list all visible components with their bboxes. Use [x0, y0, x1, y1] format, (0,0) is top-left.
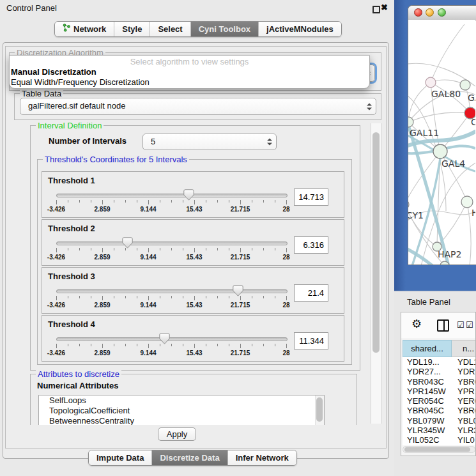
tick-mark	[252, 296, 252, 298]
tick-mark	[125, 296, 126, 298]
table-row[interactable]: YDR27...YDR2	[403, 367, 475, 376]
combo-spinner-icon	[267, 139, 272, 146]
select-all-checkbox-icon[interactable]: ☑	[466, 321, 473, 329]
table-row[interactable]: YBL079WYBL0	[403, 416, 475, 426]
table-rows: YDL19...YDL1YDR27...YDR2YBR043CYBR0YPR14…	[403, 357, 475, 445]
table-row[interactable]: YDL19...YDL1	[403, 357, 475, 367]
tick-mark	[183, 344, 183, 346]
attribute-item[interactable]: BetweennessCentrality	[39, 416, 324, 425]
slider-thumb[interactable]	[233, 285, 243, 296]
tab-infer-network[interactable]: Infer Network	[228, 450, 296, 465]
panel-scrollbar-thumb[interactable]	[372, 132, 380, 353]
tick-mark	[125, 200, 126, 203]
number-of-intervals-value: 5	[151, 134, 155, 149]
table-row[interactable]: YPR145WYPR1	[403, 387, 475, 396]
tick-mark	[217, 296, 218, 298]
dropdown-option-equal-width[interactable]: Equal Width/Frequency Discretization	[10, 77, 369, 88]
list-scrollbar-thumb[interactable]	[316, 397, 323, 422]
table-row[interactable]: YER054CYER0	[403, 396, 475, 406]
table-h-scrollbar-thumb[interactable]	[404, 447, 470, 452]
network-node[interactable]	[408, 200, 409, 209]
tab-network[interactable]: Network	[55, 22, 114, 36]
tick-mark	[194, 248, 195, 252]
slider-thumb[interactable]	[183, 189, 194, 201]
table-row[interactable]: YLR345WYLR3	[403, 426, 475, 435]
tick-mark	[160, 248, 160, 250]
tab-cyni-toolbox[interactable]: Cyni Toolbox	[191, 22, 259, 36]
close-icon[interactable]: ✖	[381, 3, 388, 12]
tick-mark	[206, 344, 206, 346]
tick-mark	[286, 296, 287, 300]
network-node[interactable]	[408, 117, 413, 127]
list-scrollbar[interactable]	[315, 395, 324, 425]
attribute-item[interactable]: TopologicalCoefficient	[39, 406, 324, 416]
network-node[interactable]	[433, 144, 447, 158]
node-label: GAL11	[410, 128, 439, 138]
tab-discretize-data[interactable]: Discretize Data	[152, 450, 227, 465]
tick-mark	[79, 200, 80, 203]
tick-mark	[91, 344, 91, 346]
dropdown-option-manual[interactable]: Manual Discretization	[10, 67, 369, 77]
tab-impute-data[interactable]: Impute Data	[89, 450, 152, 465]
network-canvas[interactable]: GAL80GACGAL11GAL4GCY1HHAP2	[408, 20, 475, 265]
table-row[interactable]: YBR043CYBR0	[403, 377, 475, 387]
table-data-label: Table Data	[20, 89, 63, 98]
cell-shared-name: YER054C	[403, 396, 453, 406]
table-data-value: galFiltered.sif default node	[28, 98, 125, 113]
columns-icon[interactable]	[437, 319, 449, 332]
threshold-value-field[interactable]	[294, 236, 328, 254]
tab-label: Discretize Data	[160, 450, 219, 465]
tab-select[interactable]: Select	[150, 22, 190, 36]
close-window-icon[interactable]	[414, 8, 422, 17]
slider-track[interactable]	[56, 242, 288, 245]
slider-track[interactable]	[56, 194, 288, 197]
settings-gear-icon[interactable]: ⚙	[411, 318, 422, 330]
float-window-icon[interactable]	[372, 6, 380, 13]
network-window: GAL80GACGAL11GAL4GCY1HHAP2	[408, 5, 476, 265]
threshold-value-field[interactable]	[294, 188, 328, 206]
tick-mark	[91, 200, 91, 203]
cell-name: YBL0	[453, 416, 475, 426]
threshold-label: Threshold 1	[48, 176, 95, 185]
threshold-label: Threshold 2	[48, 224, 95, 233]
slider-track[interactable]	[56, 337, 288, 341]
tick-label: -3.426	[47, 254, 65, 261]
tick-mark	[194, 296, 195, 300]
table-data-combo[interactable]: galFiltered.sif default node	[20, 98, 376, 115]
attribute-item[interactable]: SelfLoops	[39, 395, 324, 406]
number-of-intervals-combo[interactable]: 5	[142, 134, 277, 150]
tick-label: -3.426	[47, 302, 65, 309]
column-header-shared-name[interactable]: shared...	[403, 340, 452, 357]
interval-definition-label: Interval Definition	[36, 123, 104, 130]
table-h-scrollbar[interactable]	[403, 446, 475, 453]
slider-thumb[interactable]	[122, 237, 133, 249]
threshold-value-field[interactable]	[294, 284, 328, 302]
top-tab-bar: NetworkStyleSelectCyni ToolboxjActiveMNo…	[54, 21, 342, 37]
panel-scrollbar[interactable]	[371, 123, 382, 424]
network-window-titlebar[interactable]	[408, 6, 476, 20]
threshold-label: Threshold 3	[48, 272, 95, 281]
slider-track[interactable]	[56, 289, 288, 293]
apply-button[interactable]: Apply	[158, 427, 196, 441]
node-label: H	[472, 208, 475, 218]
tick-mark	[125, 344, 126, 346]
threshold-value-field[interactable]	[294, 332, 328, 349]
numerical-attributes-list[interactable]: SelfLoopsTopologicalCoefficientBetweenne…	[38, 395, 325, 425]
maximize-window-icon[interactable]	[438, 8, 446, 17]
table-row[interactable]: YBR045CYBR0	[403, 406, 475, 415]
table-row[interactable]: YIL052CYIL0	[403, 435, 475, 445]
node-label: GCY1	[408, 210, 424, 220]
select-checkbox-icon[interactable]: ☑	[457, 321, 464, 329]
slider-thumb[interactable]	[159, 333, 170, 344]
tick-mark	[102, 296, 103, 300]
tick-label: 2.859	[94, 349, 110, 357]
tab-jactivemnodules[interactable]: jActiveMNodules	[259, 22, 341, 36]
network-node[interactable]	[460, 80, 470, 90]
column-header-name[interactable]: n...	[452, 340, 476, 357]
tab-style[interactable]: Style	[114, 22, 150, 36]
network-node[interactable]	[461, 196, 473, 208]
tick-label: 28	[282, 302, 289, 309]
tick-mark	[148, 296, 149, 300]
network-node[interactable]	[426, 77, 436, 88]
minimize-window-icon[interactable]	[426, 8, 434, 17]
